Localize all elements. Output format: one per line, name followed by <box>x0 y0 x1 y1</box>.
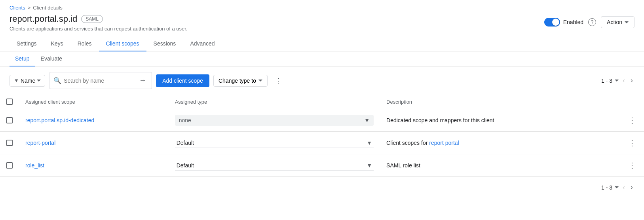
description-text: SAML role list <box>386 162 420 169</box>
action-button[interactable]: Action <box>601 16 635 28</box>
row-checkbox[interactable] <box>6 162 13 169</box>
row-checkbox[interactable] <box>6 117 13 123</box>
change-type-button[interactable]: Change type to <box>213 75 268 87</box>
bottom-pagination-text: 1 - 3 <box>601 184 612 191</box>
sub-tab-setup[interactable]: Setup <box>9 51 35 66</box>
next-page-button[interactable]: › <box>629 75 635 86</box>
description-text: Dedicated scope and mappers for this cli… <box>386 117 494 123</box>
add-client-scope-button[interactable]: Add client scope <box>156 74 209 87</box>
tab-client-scopes[interactable]: Client scopes <box>99 36 146 51</box>
row-more-button[interactable]: ⋮ <box>627 114 638 127</box>
pagination-text: 1 - 3 <box>601 78 612 84</box>
bottom-pagination: 1 - 3 ‹ › <box>0 177 644 198</box>
saml-badge: SAML <box>81 15 103 23</box>
page-header-left: report.portal.sp.id SAML Clients are app… <box>9 14 188 32</box>
bottom-next-page-button[interactable]: › <box>629 182 635 193</box>
tab-roles[interactable]: Roles <box>70 36 99 51</box>
table-body: report.portal.sp.id-dedicatednone▼Dedica… <box>0 109 644 177</box>
row-more-button[interactable]: ⋮ <box>627 137 638 149</box>
assigned-type-none[interactable]: none▼ <box>175 115 374 126</box>
action-label: Action <box>607 19 622 25</box>
table-header: Assigned client scope Assigned type Desc… <box>0 95 644 109</box>
sub-tabs: Setup Evaluate <box>0 51 644 66</box>
enabled-toggle[interactable] <box>544 18 560 27</box>
col-assigned-scope: Assigned client scope <box>19 95 169 109</box>
description-text: Client scopes for <box>386 140 429 146</box>
filter-chevron-icon <box>37 80 41 82</box>
toolbar: ▼ Name 🔍 → Add client scope Change type … <box>0 66 644 95</box>
filter-icon: ▼ <box>14 78 19 83</box>
search-input[interactable] <box>64 78 135 84</box>
search-arrow-button[interactable]: → <box>137 75 148 86</box>
search-icon: 🔍 <box>53 77 61 84</box>
title-row: report.portal.sp.id SAML <box>9 14 188 24</box>
more-options-button[interactable]: ⋮ <box>272 74 286 87</box>
tab-advanced[interactable]: Advanced <box>183 36 222 51</box>
page-title: report.portal.sp.id <box>9 14 77 24</box>
select-all-checkbox[interactable] <box>6 99 13 105</box>
scope-link[interactable]: report-portal <box>25 140 55 146</box>
description-link[interactable]: report portal <box>429 140 459 146</box>
header-actions: Enabled ? Action <box>544 14 635 28</box>
table-row: report.portal.sp.id-dedicatednone▼Dedica… <box>0 109 644 132</box>
col-description: Description <box>380 95 600 109</box>
select-all-header <box>0 95 19 109</box>
change-type-chevron-icon <box>258 80 262 82</box>
scope-link[interactable]: role_list <box>25 162 44 169</box>
pagination: 1 - 3 ‹ › <box>601 75 635 86</box>
row-checkbox[interactable] <box>6 140 13 146</box>
change-type-label: Change type to <box>218 78 256 84</box>
pagination-chevron-icon <box>615 80 619 82</box>
table-row: report-portalDefault▼Client scopes for r… <box>0 132 644 154</box>
filter-dropdown[interactable]: ▼ Name <box>9 75 45 87</box>
help-icon[interactable]: ? <box>588 18 596 26</box>
bottom-prev-page-button[interactable]: ‹ <box>621 182 627 193</box>
breadcrumb-current: Client details <box>33 5 62 11</box>
page-header: report.portal.sp.id SAML Clients are app… <box>0 12 644 36</box>
assigned-type-select[interactable]: Default▼ <box>175 161 374 171</box>
tabs-bar: Settings Keys Roles Client scopes Sessio… <box>0 36 644 51</box>
chevron-down-icon <box>625 21 629 23</box>
breadcrumb: Clients > Client details <box>0 0 644 12</box>
col-actions <box>600 95 644 109</box>
bottom-pagination-chevron-icon <box>615 186 619 188</box>
breadcrumb-separator: > <box>28 5 31 11</box>
tab-settings[interactable]: Settings <box>9 36 44 51</box>
enabled-label: Enabled <box>563 19 583 25</box>
toggle-container: Enabled <box>544 18 583 27</box>
table-row: role_listDefault▼SAML role list⋮ <box>0 154 644 177</box>
filter-label: Name <box>21 78 35 84</box>
scope-link[interactable]: report.portal.sp.id-dedicated <box>25 117 94 123</box>
prev-page-button[interactable]: ‹ <box>621 75 627 86</box>
tab-keys[interactable]: Keys <box>44 36 70 51</box>
sub-tab-evaluate[interactable]: Evaluate <box>35 51 68 66</box>
breadcrumb-clients[interactable]: Clients <box>9 5 25 11</box>
toggle-knob <box>552 19 559 26</box>
col-assigned-type: Assigned type <box>169 95 380 109</box>
search-box: 🔍 → <box>49 72 152 89</box>
row-more-button[interactable]: ⋮ <box>627 159 638 172</box>
tab-sessions[interactable]: Sessions <box>146 36 183 51</box>
assigned-type-select[interactable]: Default▼ <box>175 138 374 148</box>
page-subtitle: Clients are applications and services th… <box>9 26 188 32</box>
client-scopes-table: Assigned client scope Assigned type Desc… <box>0 95 644 177</box>
